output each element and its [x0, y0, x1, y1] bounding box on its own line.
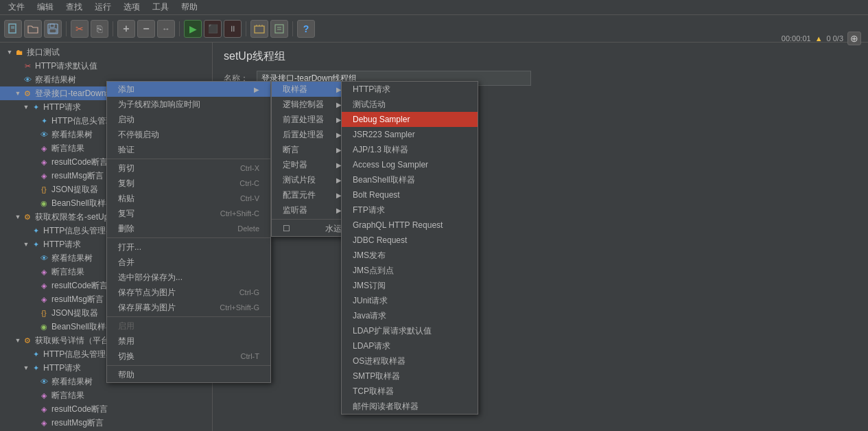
sampler-ldap-defaults[interactable]: LDAP扩展请求默认值: [342, 323, 478, 338]
sampler-jms-publish[interactable]: JMS发布: [342, 248, 478, 263]
tree-item-http-default[interactable]: ✂ HTTP请求默认值: [0, 59, 212, 73]
assert-icon: ◈: [38, 266, 49, 277]
eye-icon: 👁: [38, 376, 49, 387]
new-button[interactable]: [4, 20, 22, 38]
tree-arrow: [30, 144, 38, 152]
settings-button[interactable]: ⊕: [847, 32, 861, 45]
sampler-jms-p2p[interactable]: JMS点到点: [342, 263, 478, 278]
assert-icon: ◈: [38, 143, 49, 154]
report-button[interactable]: [270, 20, 288, 38]
menu-run[interactable]: 运行: [89, 0, 117, 14]
ctx-cut[interactable]: 剪切 Ctrl-X: [107, 161, 270, 176]
ctx-sep4: [107, 365, 270, 366]
ctx-start-no-pause[interactable]: 不停顿启动: [107, 127, 270, 142]
json-icon: {}: [38, 307, 49, 318]
sampler-java[interactable]: Java请求: [342, 308, 478, 323]
tree-arrow: [30, 268, 38, 276]
run-button[interactable]: ▶: [184, 20, 202, 38]
ctx-save-node-img[interactable]: 保存节点为图片 Ctrl-G: [107, 285, 270, 300]
submenu-label: 断言: [283, 144, 299, 156]
sampler-access-log[interactable]: Access Log Sampler: [342, 157, 478, 172]
open-button[interactable]: [24, 20, 42, 38]
sampler-ajp[interactable]: AJP/1.3 取样器: [342, 142, 478, 157]
stop-button[interactable]: ⬛: [204, 20, 222, 38]
http-icon: ✦: [30, 362, 41, 373]
ctx-help[interactable]: 帮助: [107, 367, 270, 382]
tree-item-result-msg-3[interactable]: ◈ resultMsg断言: [0, 416, 212, 430]
ctx-start[interactable]: 启动: [107, 112, 270, 127]
ctx-toggle[interactable]: 切换 Ctrl-T: [107, 349, 270, 364]
tree-item-assert-result-3[interactable]: ◈ 断言结果: [0, 388, 212, 402]
sampler-jdbc[interactable]: JDBC Request: [342, 233, 478, 248]
menu-find[interactable]: 查找: [60, 0, 88, 14]
expand-button[interactable]: ↔: [157, 20, 175, 38]
sampler-jms-subscribe[interactable]: JMS订阅: [342, 278, 478, 293]
sampler-mail-reader[interactable]: 邮件阅读者取样器: [342, 399, 478, 414]
sep1: [66, 21, 67, 36]
http-icon: ✦: [30, 349, 41, 360]
help-button[interactable]: ?: [297, 20, 315, 38]
copy-button[interactable]: ⎘: [91, 20, 108, 38]
ctx-label: 保存节点为图片: [118, 287, 176, 299]
pause-button[interactable]: ⏸: [224, 20, 242, 38]
sampler-bolt[interactable]: Bolt Request: [342, 187, 478, 202]
ctx-duplicate[interactable]: 复写 Ctrl+Shift-C: [107, 206, 270, 221]
assert-icon: ◈: [38, 294, 49, 305]
sampler-graphql[interactable]: GraphQL HTTP Request: [342, 218, 478, 233]
sampler-label: JDBC Request: [353, 235, 407, 245]
ctx-open[interactable]: 打开...: [107, 240, 270, 255]
clear-button[interactable]: [250, 20, 268, 38]
menu-edit[interactable]: 编辑: [32, 0, 59, 14]
tree-item-interface-test[interactable]: ▼ 🖿 接口测试: [0, 45, 212, 59]
sampler-junit[interactable]: JUnit请求: [342, 293, 478, 308]
tree-arrow: [30, 254, 38, 262]
save-button[interactable]: [44, 20, 62, 38]
counter: 0 0/3: [827, 34, 843, 43]
ctx-paste[interactable]: 粘贴 Ctrl-V: [107, 191, 270, 206]
sampler-smtp[interactable]: SMTP取样器: [342, 369, 478, 384]
ctx-validate[interactable]: 验证: [107, 142, 270, 157]
gear-icon: ⚙: [22, 335, 33, 346]
tree-arrow: [14, 75, 22, 84]
menu-help[interactable]: 帮助: [176, 0, 203, 14]
sep3: [179, 21, 180, 36]
sampler-os-process[interactable]: OS进程取样器: [342, 353, 478, 369]
cut-button[interactable]: ✂: [71, 20, 89, 38]
add-button[interactable]: +: [117, 20, 135, 38]
ctx-delete[interactable]: 删除 Delete: [107, 221, 270, 236]
svg-rect-6: [255, 26, 264, 33]
ctx-copy[interactable]: 复制 Ctrl-C: [107, 176, 270, 191]
ctx-merge[interactable]: 合并: [107, 255, 270, 270]
ctx-add-response-time[interactable]: 为子线程添加响应时间: [107, 97, 270, 112]
sampler-ldap[interactable]: LDAP请求: [342, 338, 478, 353]
ctx-shortcut: Ctrl+Shift-G: [220, 303, 259, 312]
minus-button[interactable]: −: [137, 20, 155, 38]
sampler-test-action[interactable]: 测试活动: [342, 97, 478, 112]
menu-options[interactable]: 选项: [118, 0, 145, 14]
ctx-label: 粘贴: [118, 193, 134, 205]
tree-label: 断言结果: [51, 143, 84, 154]
sampler-http-request[interactable]: HTTP请求: [342, 82, 478, 97]
sampler-jsr223[interactable]: JSR223 Sampler: [342, 127, 478, 142]
tree-item-result-code-3[interactable]: ◈ resultCode断言: [0, 402, 212, 416]
sampler-label: AJP/1.3 取样器: [353, 144, 408, 156]
menu-tools[interactable]: 工具: [147, 0, 174, 14]
tree-arrow: [30, 130, 38, 139]
sampler-tcp[interactable]: TCP取样器: [342, 384, 478, 399]
sampler-debug-sampler[interactable]: Debug Sampler: [342, 112, 478, 127]
submenu-label: 监听器: [283, 205, 307, 216]
assert-icon: ◈: [38, 390, 49, 401]
submenu-label: 水运: [325, 223, 342, 235]
bean-icon: ◉: [38, 321, 49, 332]
tree-arrow: ▼: [22, 103, 30, 111]
sampler-label: OS进程取样器: [353, 356, 406, 367]
ctx-save-screen-img[interactable]: 保存屏幕为图片 Ctrl+Shift-G: [107, 300, 270, 315]
sampler-ftp[interactable]: FTP请求: [342, 202, 478, 218]
menu-file[interactable]: 文件: [3, 0, 30, 14]
ctx-add[interactable]: 添加 ▶: [107, 82, 270, 97]
submenu-label: 测试片段: [283, 174, 316, 186]
assert-icon: ◈: [38, 280, 49, 291]
ctx-disable[interactable]: 禁用: [107, 334, 270, 349]
ctx-save-selection[interactable]: 选中部分保存为...: [107, 270, 270, 285]
sampler-beanshell[interactable]: BeanShell取样器: [342, 172, 478, 187]
